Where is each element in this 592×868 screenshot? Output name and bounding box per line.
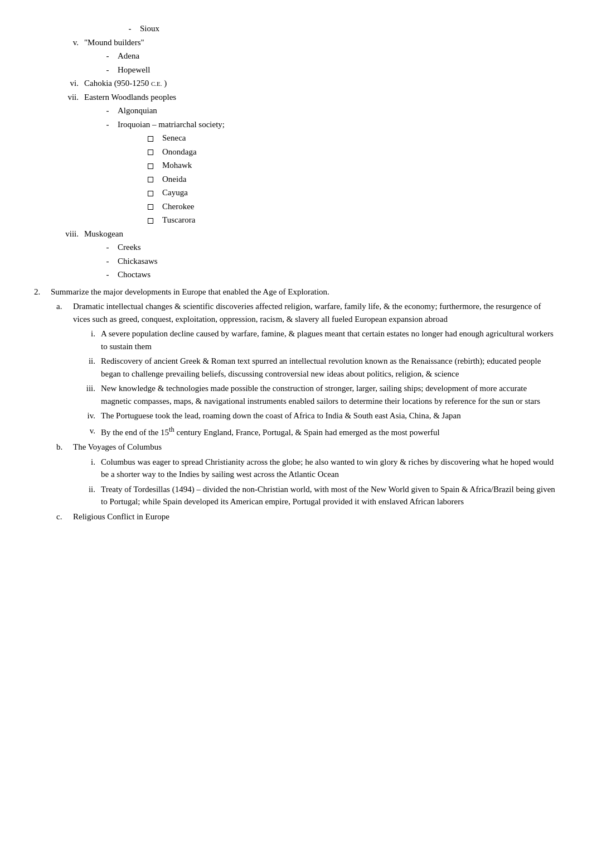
sub-point-a-iv: iv. The Portuguese took the lead, roamin… [79, 409, 558, 422]
list-item: Onondaga [145, 146, 558, 158]
marker: viii. [56, 228, 84, 240]
marker: vii. [56, 91, 84, 104]
document-content: - Sioux v. "Mound builders" - Adena - Ho… [34, 22, 558, 523]
item-text: Seneca [162, 132, 558, 144]
marker [145, 159, 162, 172]
sub-point-b-i: i. Columbus was eager to spread Christia… [79, 456, 558, 481]
list-item: Cayuga [145, 186, 558, 199]
marker: a. [56, 300, 73, 325]
item-text: Sioux [140, 22, 558, 35]
list-item: Cherokee [145, 200, 558, 213]
main-point-2: 2. Summarize the major developments in E… [34, 286, 558, 298]
item-text: Adena [118, 50, 558, 62]
item-text: "Mound builders" [84, 36, 558, 49]
item-text: Dramatic intellectual changes & scientif… [73, 300, 558, 325]
item-text: Muskogean [84, 228, 558, 240]
list-item: - Adena [101, 50, 558, 62]
item-text: Iroquoian – matriarchal society; [118, 118, 558, 131]
list-item: - Creeks [101, 241, 558, 254]
list-item: viii. Muskogean [56, 228, 558, 240]
marker: - [101, 50, 118, 62]
item-text: Summarize the major developments in Euro… [51, 286, 558, 298]
sub-point-b-ii: ii. Treaty of Tordesillas (1494) – divid… [79, 483, 558, 508]
marker: - [123, 22, 140, 35]
item-text: The Portuguese took the lead, roaming do… [101, 409, 558, 422]
bullet-icon [148, 204, 153, 210]
item-text: Chickasaws [118, 255, 558, 268]
item-text: By the end of the 15th century England, … [101, 425, 558, 439]
sub-point-a-iii: iii. New knowledge & technologies made p… [79, 382, 558, 407]
bullet-icon [148, 191, 153, 196]
item-text: Cherokee [162, 200, 558, 213]
item-text: The Voyages of Columbus [73, 441, 558, 454]
marker [145, 146, 162, 158]
item-text: Oneida [162, 173, 558, 186]
bullet-icon [148, 136, 153, 142]
marker: - [101, 104, 118, 117]
bullet-icon [148, 177, 153, 182]
list-item: vi. Cahokia (950-1250 C.E. ) [56, 77, 558, 90]
marker: b. [56, 441, 73, 454]
marker: iii. [79, 382, 101, 407]
sub-point-a: a. Dramatic intellectual changes & scien… [56, 300, 558, 325]
list-item: v. "Mound builders" [56, 36, 558, 49]
bullet-icon [148, 163, 153, 169]
marker: - [101, 241, 118, 254]
marker [145, 200, 162, 213]
marker: ii. [79, 483, 101, 508]
item-text: Onondaga [162, 146, 558, 158]
marker: i. [79, 327, 101, 353]
marker: v. [56, 36, 84, 49]
list-item: - Choctaws [101, 268, 558, 281]
item-text: Mohawk [162, 159, 558, 172]
marker: i. [79, 456, 101, 481]
item-text: A severe population decline caused by wa… [101, 327, 558, 353]
marker [145, 214, 162, 226]
marker: - [101, 64, 118, 76]
marker: v. [79, 425, 101, 439]
item-text: Choctaws [118, 268, 558, 281]
item-text: Algonquian [118, 104, 558, 117]
marker: vi. [56, 77, 84, 90]
list-item: - Iroquoian – matriarchal society; [101, 118, 558, 131]
list-item: - Algonquian [101, 104, 558, 117]
marker: - [101, 268, 118, 281]
sub-point-b: b. The Voyages of Columbus [56, 441, 558, 454]
list-item: Oneida [145, 173, 558, 186]
list-item: vii. Eastern Woodlands peoples [56, 91, 558, 104]
list-item: Mohawk [145, 159, 558, 172]
item-text: New knowledge & technologies made possib… [101, 382, 558, 407]
item-text: Rediscovery of ancient Greek & Roman tex… [101, 355, 558, 380]
item-text: Cahokia (950-1250 C.E. ) [84, 77, 558, 90]
marker: iv. [79, 409, 101, 422]
sub-point-a-v: v. By the end of the 15th century Englan… [79, 425, 558, 439]
list-item: - Sioux [123, 22, 558, 35]
marker: - [101, 118, 118, 131]
sub-point-a-i: i. A severe population decline caused by… [79, 327, 558, 353]
list-item: - Chickasaws [101, 255, 558, 268]
list-item: - Hopewell [101, 64, 558, 76]
list-item: Seneca [145, 132, 558, 144]
marker [145, 186, 162, 199]
item-text: Religious Conflict in Europe [73, 510, 558, 523]
sub-point-a-ii: ii. Rediscovery of ancient Greek & Roman… [79, 355, 558, 380]
marker: ii. [79, 355, 101, 380]
item-text: Cayuga [162, 186, 558, 199]
marker: - [101, 255, 118, 268]
superscript-ce: C.E. [151, 80, 162, 87]
item-text: Eastern Woodlands peoples [84, 91, 558, 104]
bullet-icon [148, 218, 153, 224]
marker: 2. [34, 286, 51, 298]
item-text: Treaty of Tordesillas (1494) – divided t… [101, 483, 558, 508]
marker [145, 132, 162, 144]
superscript-th: th [169, 426, 174, 433]
item-text: Hopewell [118, 64, 558, 76]
marker [145, 173, 162, 186]
item-text: Creeks [118, 241, 558, 254]
item-text: Columbus was eager to spread Christianit… [101, 456, 558, 481]
marker: c. [56, 510, 73, 523]
item-text: Tuscarora [162, 214, 558, 226]
list-item: Tuscarora [145, 214, 558, 226]
sub-point-c: c. Religious Conflict in Europe [56, 510, 558, 523]
bullet-icon [148, 150, 153, 155]
